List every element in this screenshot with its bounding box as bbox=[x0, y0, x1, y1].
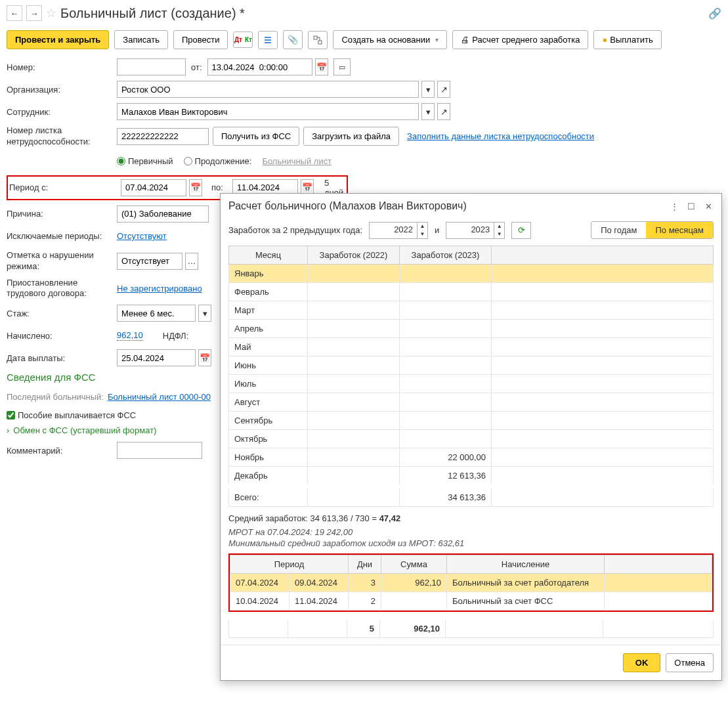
period-label: Период с: bbox=[9, 183, 117, 192]
printer-icon: 🖨 bbox=[461, 35, 469, 45]
spin-down-icon[interactable]: ▼ bbox=[494, 230, 504, 238]
favorite-star-icon[interactable]: ☆ bbox=[46, 6, 56, 20]
comment-label: Комментарий: bbox=[7, 446, 117, 456]
ndfl-label: НДФЛ: bbox=[163, 331, 189, 341]
sheet-num-input[interactable] bbox=[117, 128, 209, 145]
spin-down-icon[interactable]: ▼ bbox=[418, 230, 427, 238]
year2-spinner[interactable]: 2023 ▲▼ bbox=[446, 222, 505, 239]
earn-years-label: Заработок за 2 предыдущих года: bbox=[228, 225, 362, 235]
list-icon-button[interactable] bbox=[258, 31, 278, 49]
extra-icon-button[interactable]: ▭ bbox=[333, 58, 351, 75]
by-years-toggle[interactable]: По годам bbox=[591, 222, 646, 238]
svg-rect-2 bbox=[265, 42, 271, 43]
close-icon[interactable]: ✕ bbox=[703, 201, 714, 211]
col-month: Месяц bbox=[229, 246, 308, 265]
table-row[interactable]: Август bbox=[229, 393, 714, 412]
excluded-label: Исключаемые периоды: bbox=[7, 231, 117, 241]
load-file-button[interactable]: Загрузить из файла bbox=[303, 127, 399, 146]
dropdown-icon[interactable]: ▾ bbox=[421, 103, 435, 120]
date-input[interactable] bbox=[207, 58, 312, 75]
post-button[interactable]: Провести bbox=[173, 30, 228, 49]
col-earn1: Заработок (2022) bbox=[308, 246, 400, 265]
maximize-icon[interactable]: ☐ bbox=[686, 201, 696, 211]
reason-input[interactable] bbox=[117, 205, 209, 223]
last-sick-link[interactable]: Больничный лист 0000-00 bbox=[108, 392, 211, 402]
refresh-button[interactable]: ⟳ bbox=[511, 222, 531, 239]
spin-up-icon[interactable]: ▲ bbox=[418, 223, 427, 230]
write-button[interactable]: Записать bbox=[114, 30, 168, 49]
accrued-link[interactable]: 962,10 bbox=[117, 330, 143, 341]
dtct-icon-button[interactable]: ДтКт bbox=[233, 32, 253, 48]
calculation-dialog: Расчет больничного (Малахов Иван Викторо… bbox=[220, 193, 722, 464]
sick-list-link[interactable]: Больничный лист bbox=[262, 156, 332, 166]
spin-up-icon[interactable]: ▲ bbox=[494, 223, 504, 230]
violation-input[interactable] bbox=[117, 253, 182, 270]
from-label: от: bbox=[191, 62, 202, 72]
violation-label: Отметка о нарушении режима: bbox=[7, 250, 117, 272]
table-row[interactable]: Июль bbox=[229, 375, 714, 393]
sheet-num-label: Номер листка нетрудоспособности: bbox=[7, 125, 117, 148]
paydate-label: Дата выплаты: bbox=[7, 353, 117, 363]
table-row[interactable]: Январь bbox=[229, 265, 714, 283]
attach-icon-button[interactable]: 📎 bbox=[283, 30, 303, 49]
avg-earnings-button[interactable]: 🖨Расчет среднего заработка bbox=[452, 30, 588, 49]
table-row[interactable]: Октябрь bbox=[229, 430, 714, 448]
period-to-label: по: bbox=[211, 183, 223, 192]
get-fss-button[interactable]: Получить из ФСС bbox=[213, 127, 299, 146]
earnings-table: Месяц Заработок (2022) Заработок (2023) … bbox=[228, 246, 714, 464]
table-row[interactable]: Февраль bbox=[229, 283, 714, 301]
emp-label: Сотрудник: bbox=[7, 107, 117, 117]
fill-data-link[interactable]: Заполнить данные листка нетрудоспособнос… bbox=[407, 131, 594, 141]
post-and-close-button[interactable]: Провести и закрыть bbox=[7, 30, 109, 49]
number-label: Номер: bbox=[7, 62, 117, 72]
suspend-link[interactable]: Не зарегистрировано bbox=[117, 284, 202, 293]
svg-rect-1 bbox=[265, 39, 271, 41]
year1-spinner[interactable]: 2022 ▲▼ bbox=[369, 222, 428, 239]
ellipsis-icon[interactable]: … bbox=[185, 253, 198, 270]
col-earn2: Заработок (2023) bbox=[400, 246, 492, 265]
stage-input[interactable] bbox=[117, 305, 196, 322]
table-row[interactable]: Май bbox=[229, 338, 714, 356]
dropdown-icon[interactable]: ▾ bbox=[198, 305, 211, 322]
create-based-on-button[interactable]: Создать на основании bbox=[333, 30, 447, 49]
number-input[interactable] bbox=[117, 58, 186, 75]
table-row[interactable]: Апрель bbox=[229, 320, 714, 338]
accrued-label: Начислено: bbox=[7, 331, 117, 341]
more-icon[interactable]: ⋮ bbox=[669, 201, 679, 211]
primary-radio[interactable]: Первичный bbox=[117, 156, 173, 166]
comment-input[interactable] bbox=[117, 442, 202, 459]
calendar-icon[interactable]: 📅 bbox=[315, 58, 328, 75]
table-row[interactable]: Март bbox=[229, 301, 714, 320]
nav-back-button[interactable]: ← bbox=[7, 5, 22, 21]
continuation-radio[interactable]: Продолжение: bbox=[184, 156, 252, 166]
table-row[interactable]: Сентябрь bbox=[229, 412, 714, 430]
structure-icon-button[interactable] bbox=[308, 31, 328, 49]
reason-label: Причина: bbox=[7, 209, 117, 219]
org-input[interactable] bbox=[117, 81, 419, 98]
stage-label: Стаж: bbox=[7, 309, 117, 318]
period-from-input[interactable] bbox=[121, 179, 186, 196]
open-icon[interactable]: ↗ bbox=[437, 81, 450, 98]
table-row[interactable]: Ноябрь22 000,00 bbox=[229, 448, 714, 465]
calendar-icon[interactable]: 📅 bbox=[189, 179, 202, 196]
dialog-title: Расчет больничного (Малахов Иван Викторо… bbox=[228, 200, 467, 212]
dropdown-icon[interactable]: ▾ bbox=[421, 81, 435, 98]
paid-fss-label: Пособие выплачивается ФСС bbox=[18, 410, 136, 420]
by-months-toggle[interactable]: По месяцам bbox=[646, 222, 713, 238]
and-label: и bbox=[435, 225, 439, 235]
paydate-input[interactable] bbox=[117, 349, 196, 366]
table-row[interactable]: Июнь bbox=[229, 356, 714, 375]
excluded-link[interactable]: Отсутствуют bbox=[117, 231, 167, 241]
calendar-icon[interactable]: 📅 bbox=[198, 349, 211, 366]
nav-forward-button[interactable]: → bbox=[26, 5, 42, 21]
svg-rect-4 bbox=[318, 41, 322, 44]
suspend-label: Приостановление трудового договора: bbox=[7, 278, 117, 300]
pay-button[interactable]: ●Выплатить bbox=[593, 30, 661, 49]
external-link-icon[interactable]: 🔗 bbox=[708, 7, 721, 20]
paid-fss-checkbox[interactable] bbox=[7, 411, 15, 420]
emp-input[interactable] bbox=[117, 103, 419, 120]
open-icon[interactable]: ↗ bbox=[437, 103, 450, 120]
svg-rect-3 bbox=[314, 36, 317, 39]
coin-icon: ● bbox=[602, 35, 607, 45]
svg-rect-0 bbox=[265, 37, 271, 38]
